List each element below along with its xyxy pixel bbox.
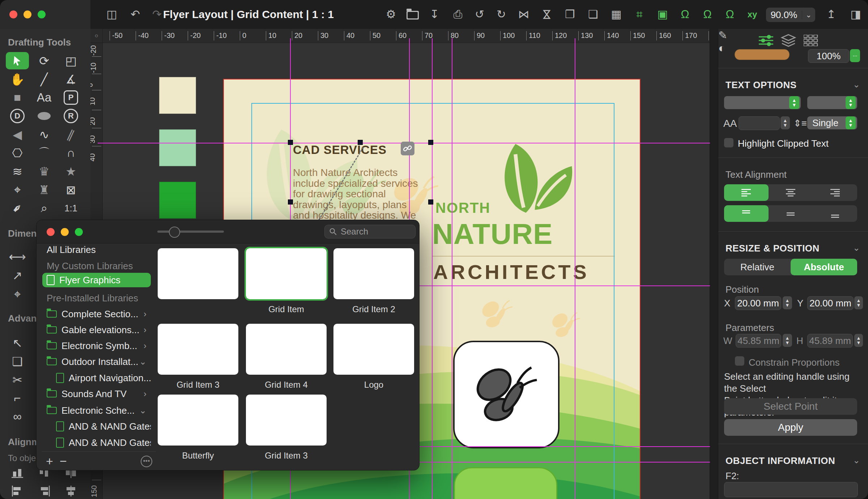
point-select-tool[interactable]: ⌖ [6,181,29,198]
slider-knob[interactable] [169,227,180,238]
library-list-item[interactable]: Outdoor Installat...⌄ [42,354,151,369]
font-size-field[interactable] [739,116,780,130]
align-right-button[interactable] [33,483,56,499]
mirror-horizontal-icon[interactable]: ⋈ [514,6,533,23]
align-middle-button[interactable] [769,205,813,222]
zoom-control[interactable]: 90.0% ⌄ [766,8,815,22]
eyedropper-tool[interactable]: ✒ [6,199,29,217]
position-x-stepper[interactable]: ▲▼ [783,296,792,309]
disclosure-chevron-icon[interactable]: › [144,341,146,351]
blob-shape-tool[interactable]: ♛ [33,163,56,180]
align-top-button[interactable] [724,205,769,222]
disclosure-chevron-icon[interactable]: › [144,309,146,319]
transform-tool[interactable]: ◰ [59,52,82,69]
line-spacing-stepper[interactable]: ▲▼ [846,116,856,129]
more-options-button[interactable]: ••• [141,456,152,467]
link-chain-tool[interactable]: ∞ [6,408,29,425]
duplicate-icon[interactable]: ❐ [561,6,579,23]
ellipse-tool[interactable] [33,107,56,125]
opacity-options-button[interactable]: ⋯ [850,49,860,62]
opacity-field[interactable]: 100% [808,49,849,63]
text-options-header[interactable]: TEXT OPTIONS [726,79,797,91]
align-left-button[interactable] [6,483,29,499]
chevron-down-icon[interactable]: ⌄ [802,10,815,19]
fillet-corner-tool[interactable]: ⌐ [6,390,29,407]
apply-button[interactable]: Apply [724,419,857,436]
tab-style[interactable] [757,33,775,48]
close-button[interactable] [47,228,55,236]
align-center-button[interactable] [769,184,813,201]
rotate-page-ccw-icon[interactable]: ↺ [470,6,489,23]
remove-library-button[interactable]: − [60,455,67,467]
tab-library[interactable] [802,33,820,48]
chevron-down-icon[interactable]: ⌄ [853,243,860,253]
color-swatch-shape[interactable] [159,129,196,166]
split-frame-icon[interactable]: ⌗ [630,6,649,23]
library-grid-item[interactable] [158,395,238,446]
resize-position-header[interactable]: RESIZE & POSITION [726,243,820,254]
library-list-item[interactable]: Sounds And TV› [42,387,151,401]
minimize-button[interactable] [24,10,31,18]
tab-layers[interactable] [780,33,797,48]
library-list-item[interactable]: Electronic Sche...⌄ [42,403,151,418]
position-y-stepper[interactable]: ▲▼ [854,296,863,309]
trim-tool[interactable]: ✂ [6,371,29,388]
stamp-tool[interactable]: ♜ [33,181,56,198]
color-swatch-shape[interactable] [159,77,196,114]
align-left-button[interactable] [724,184,769,201]
snap-guides-icon[interactable]: Ω [676,6,694,23]
snap-spacing-icon[interactable]: Ω [698,6,717,23]
library-list-item[interactable]: AND & NAND Gates [42,419,151,434]
share-icon[interactable]: ↥ [822,6,841,23]
align-bottom-button[interactable] [813,205,857,222]
library-grid-item[interactable] [246,395,327,446]
library-palette-window[interactable]: Search + − ••• All LibrariesMy Custom Li… [36,220,420,470]
guide-vertical[interactable] [452,38,452,499]
highlight-clipped-checkbox[interactable] [724,138,733,147]
line-tool[interactable]: ╱ [33,70,56,88]
arc-tool[interactable]: ∩ [59,144,82,162]
mirror-vertical-icon[interactable]: ⋈ [538,5,556,24]
radius-circle-tool[interactable]: R [59,107,82,125]
library-list-item[interactable]: Complete Sectio...› [42,307,151,321]
height-field[interactable]: 45.89 mm [807,334,853,348]
export-settings-icon[interactable]: ⚙ [382,6,400,23]
width-field[interactable]: 45.85 mm [736,334,781,348]
selection-handle[interactable] [428,199,433,205]
absolute-button[interactable]: Absolute [791,259,857,275]
constrain-proportions-checkbox[interactable] [735,356,744,366]
align-right-button[interactable] [813,184,857,201]
selection-handle[interactable] [288,140,293,145]
add-library-button[interactable]: + [46,455,53,467]
minimize-button[interactable] [61,228,69,236]
table-grid-icon[interactable]: ▦ [607,6,626,23]
thumbnail-size-slider[interactable] [157,231,224,233]
library-list-item[interactable]: Electronic Symb...› [42,339,151,353]
disclosure-chevron-icon[interactable]: › [144,389,146,399]
selection-handle[interactable] [428,140,433,145]
parallel-lines-tool[interactable]: ∥ [59,126,82,143]
selection-handle[interactable] [358,140,363,145]
bezier-tool[interactable]: ⌒ [33,144,56,162]
zoom-button[interactable] [75,228,83,236]
polygon-tool[interactable]: ◀ [6,126,29,143]
f2-input-field[interactable] [724,482,858,497]
center-horizontal-axis-button[interactable] [59,483,82,499]
redo-icon[interactable]: ↷ [148,6,166,23]
linear-dimension-tool[interactable]: ⟷ [6,248,29,265]
link-badge-icon[interactable] [401,142,414,155]
construction-line-tool[interactable]: ∡ [59,70,82,88]
direct-select-tool[interactable]: ↖ [6,334,29,352]
rotate-page-cw-icon[interactable]: ↻ [492,6,511,23]
width-stepper[interactable]: ▲▼ [783,334,792,347]
height-stepper[interactable]: ▲▼ [854,334,863,347]
library-list-item[interactable]: Flyer Graphics [42,273,151,287]
rectangle-tool[interactable]: ■ [6,89,29,106]
paragraph-tool[interactable]: P [59,89,82,106]
boolean-shapes-tool[interactable]: ❏ [6,353,29,370]
dimension-point-tool[interactable]: ⌖ [6,285,29,303]
text-tool[interactable]: Aa [33,89,56,106]
guide-vertical[interactable] [575,38,575,499]
right-panel-toggle-icon[interactable]: ◨ [846,6,865,23]
snap-objects-icon[interactable]: Ω [720,6,739,23]
